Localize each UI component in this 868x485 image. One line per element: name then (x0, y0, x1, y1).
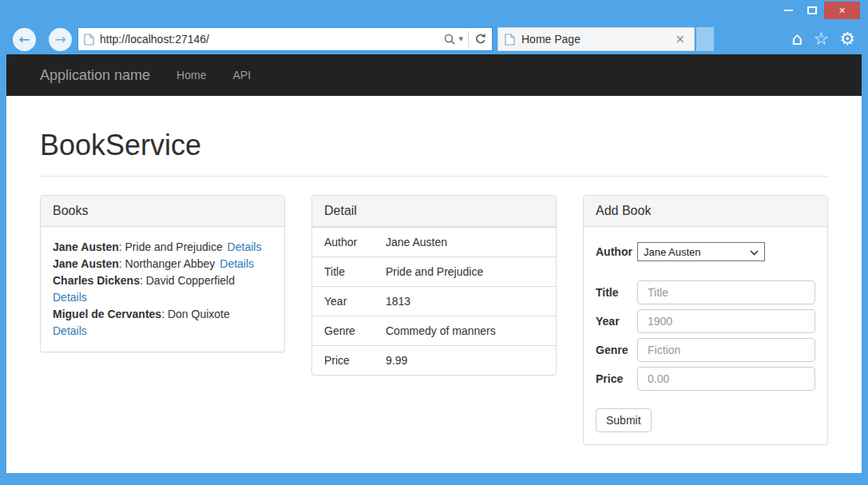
browser-window: × ← → http://localhost:27146/ ▼ Home Pag… (0, 0, 868, 485)
table-row: Year 1813 (312, 286, 556, 316)
forward-button[interactable]: → (49, 28, 72, 51)
address-bar-divider (468, 31, 469, 47)
address-bar[interactable]: http://localhost:27146/ ▼ (77, 27, 493, 51)
app-navbar: Application name Home API (6, 54, 862, 96)
nav-link-api[interactable]: API (232, 69, 251, 81)
page-icon (84, 34, 94, 46)
page-icon (505, 34, 515, 46)
search-dropdown-caret-icon[interactable]: ▼ (459, 36, 463, 42)
maximize-icon (807, 6, 817, 14)
books-panel-title: Books (41, 196, 284, 227)
table-row: Title Pride and Prejudice (312, 256, 556, 286)
search-icon[interactable] (443, 33, 456, 46)
title-input[interactable] (637, 280, 815, 304)
titlebar: × (0, 0, 868, 24)
book-item: Jane Austen: Northanger Abbey Details (53, 256, 272, 272)
new-tab-button[interactable] (696, 27, 714, 51)
window-controls: × (776, 2, 860, 19)
author-select[interactable]: Jane Austen (637, 242, 765, 261)
main-container: BookService Books Jane Austen: Pride and… (6, 129, 862, 445)
price-field-row: Price (596, 367, 815, 391)
title-label: Title (596, 286, 637, 299)
genre-input[interactable] (637, 338, 815, 362)
genre-field-row: Genre (596, 338, 815, 362)
tab-title: Home Page (521, 33, 672, 46)
year-label: Year (596, 315, 637, 328)
maximize-button[interactable] (800, 2, 824, 19)
book-item: Miguel de Cervantes: Don Quixote Details (53, 306, 272, 340)
nav-link-home[interactable]: Home (176, 69, 206, 81)
detail-panel-title: Detail (312, 196, 556, 227)
page-viewport: Application name Home API BookService Bo… (6, 54, 862, 473)
url-text[interactable]: http://localhost:27146/ (100, 33, 443, 46)
close-button[interactable]: × (824, 2, 860, 19)
tab-home-page[interactable]: Home Page × (497, 27, 695, 51)
navbar-brand[interactable]: Application name (40, 67, 150, 84)
details-link[interactable]: Details (53, 289, 272, 306)
tab-close-icon[interactable]: × (672, 32, 688, 46)
submit-button[interactable]: Submit (596, 408, 652, 432)
chevron-down-icon (750, 246, 759, 258)
home-icon[interactable]: ⌂ (792, 30, 803, 48)
star-favorites-icon[interactable]: ☆ (814, 30, 830, 48)
add-book-panel: Add Book Author Jane Austen (583, 195, 828, 445)
author-select-value: Jane Austen (644, 246, 701, 258)
genre-label: Genre (596, 344, 637, 356)
author-label: Author (596, 245, 637, 258)
books-list: Jane Austen: Pride and Prejudice Details… (41, 227, 284, 352)
price-input[interactable] (637, 367, 815, 391)
author-field-row: Author Jane Austen (596, 242, 815, 261)
year-field-row: Year (596, 309, 815, 333)
details-link[interactable]: Details (220, 257, 254, 270)
year-input[interactable] (637, 309, 815, 333)
title-field-row: Title (596, 280, 815, 304)
book-item: Charles Dickens: David Copperfield Detai… (53, 272, 272, 306)
page-title: BookService (40, 129, 828, 161)
forward-icon: → (54, 31, 65, 47)
table-row: Author Jane Austen (312, 227, 556, 256)
add-book-form: Author Jane Austen Title (584, 227, 827, 444)
table-row: Genre Commedy of manners (312, 316, 556, 345)
gear-settings-icon[interactable]: ⚙ (839, 30, 855, 48)
details-link[interactable]: Details (53, 323, 272, 340)
panels-row: Books Jane Austen: Pride and Prejudice D… (40, 195, 828, 445)
detail-panel: Detail Author Jane Austen Title Pride an… (311, 195, 557, 376)
minimize-button[interactable] (776, 2, 800, 19)
price-label: Price (596, 372, 637, 385)
books-panel: Books Jane Austen: Pride and Prejudice D… (40, 195, 285, 352)
back-icon: ← (18, 31, 30, 47)
chrome-actions: ⌂ ☆ ⚙ (792, 30, 855, 48)
divider (40, 176, 828, 177)
table-row: Price 9.99 (312, 345, 556, 375)
browser-chrome: ← → http://localhost:27146/ ▼ Home Page … (0, 24, 868, 54)
minimize-icon (784, 10, 793, 11)
back-button[interactable]: ← (13, 28, 36, 51)
refresh-icon[interactable] (474, 33, 487, 46)
add-book-panel-title: Add Book (584, 196, 827, 227)
close-icon: × (838, 4, 845, 17)
book-item: Jane Austen: Pride and Prejudice Details (53, 239, 272, 256)
details-link[interactable]: Details (228, 241, 262, 253)
